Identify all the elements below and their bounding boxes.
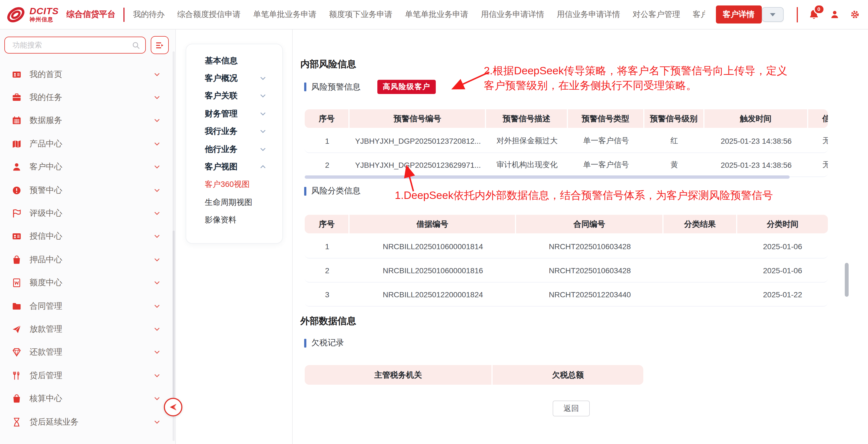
chevron-down-icon [154,71,160,77]
sidebar-item[interactable]: 预警中心 [0,179,175,202]
back-button[interactable]: 返回 [553,401,590,416]
chevron-down-icon [154,210,160,216]
table-cell: 1 [305,234,350,258]
submenu-item[interactable]: 我行业务 [186,123,282,141]
column-header: 序号 [305,109,350,128]
warning-signal-table: 序号预警信号编号预警信号描述预警信号类型预警信号级别触发时间信1YJBHYJXH… [305,109,828,177]
menu-collapse-button[interactable] [151,36,169,54]
sidebar-item[interactable]: 我的首页 [0,63,175,86]
table-cell: 黄 [644,153,704,177]
chevron-icon [260,129,266,135]
horizontal-scrollbar[interactable] [305,175,789,179]
submenu-item[interactable]: 影像资料 [186,211,282,229]
nav-item[interactable]: 用信业务申请详情 [557,9,620,20]
sidebar-item[interactable]: 授信中心 [0,225,175,248]
function-search-box [4,37,146,54]
column-header: 借据编号 [350,215,516,233]
nav-item[interactable]: 用信业务申请详情 [481,9,544,20]
nav-item[interactable]: 单笔单批业务申请 [405,9,468,20]
submenu-item[interactable]: 客户关联 [186,87,282,105]
tax-section-title: 欠税记录 [311,338,344,348]
column-header: 预警信号级别 [644,109,704,128]
column-header: 分类时间 [737,215,828,233]
submenu-item[interactable]: 客户360视图 [186,176,282,194]
column-header: 分类结果 [663,215,737,233]
settings-button[interactable] [850,10,859,19]
risk-classification-table: 序号借据编号合同编号分类结果分类时间1NRCBILL20250106000018… [305,215,828,306]
table-cell: NRCHT2025010603428 [516,234,663,258]
submenu-item[interactable]: 他行业务 [186,141,282,158]
table-cell: NRCHT2025010603428 [516,259,663,282]
table-cell: 无 [808,129,828,152]
brand-subname: 神州信息 [30,17,59,22]
chevron-down-icon [154,234,160,240]
sidebar-item[interactable]: 额度中心 [0,271,175,295]
sidebar-item[interactable]: 还款管理 [0,341,175,364]
sidebar-item[interactable]: 放款管理 [0,318,175,341]
sidebar-item[interactable]: 核算中心 [0,387,175,410]
nav-item[interactable]: 额度项下业务申请 [329,9,392,20]
submenu-item[interactable]: 生命周期视图 [186,194,282,211]
vertical-scrollbar[interactable] [845,263,848,297]
nav-item[interactable]: 客户详情 [693,9,705,20]
annotation-note-1: 1.DeepSeek依托内外部数据信息，结合预警信号体系，为客户探测风险预警信号 [395,188,773,203]
chevron-icon [260,76,266,82]
sidebar-item[interactable]: 押品中心 [0,248,175,271]
table-cell: NRCBILL2025010600001814 [350,234,516,258]
column-header: 预警信号类型 [568,109,644,128]
column-header: 主管税务机关 [305,365,493,385]
chevron-down-icon [154,419,160,425]
chevron-down-icon [154,396,160,402]
search-input[interactable] [11,40,132,50]
table-cell: 单一客户信号 [568,129,644,152]
sidebar-scrollbar[interactable] [173,51,175,441]
nav-item-active[interactable]: 客户详情 [716,5,762,24]
sidebar-item[interactable]: 评级中心 [0,202,175,225]
table-cell: 2025-01-06 [737,234,828,258]
table-cell: 2 [305,153,350,177]
customer-view-panel: 基本信息 客户概况 客户关联 财务管理 [176,30,293,444]
table-row: 3NRCBILL2025012200001824NRCHT20250122034… [305,283,828,306]
sidebar-collapse-button[interactable] [164,398,182,416]
sidebar-item[interactable]: 贷后管理 [0,364,175,387]
table-cell: YJBHYJXH_DGP20250123720812... [350,129,486,152]
sidebar-item[interactable]: 数据服务 [0,109,175,132]
column-header: 触发时间 [705,109,808,128]
sidebar-item[interactable]: 产品中心 [0,132,175,155]
chevron-down-icon [154,141,160,147]
submenu-item[interactable]: 基本信息 [186,52,282,70]
column-header: 信 [808,109,828,128]
section-accent-bar [304,83,306,91]
table-cell: 红 [644,129,704,152]
main-nav: 我的待办综合额度授信申请单笔单批业务申请额度项下业务申请单笔单批业务申请用信业务… [133,9,705,20]
column-header: 合同编号 [516,215,663,233]
table-cell: 无 [808,153,828,177]
user-menu-button[interactable] [830,10,839,19]
brand-name: DCITS [30,6,59,16]
brand-logo: DCITS 神州信息 综合信贷平台 [5,6,116,23]
table-cell: 1 [305,129,350,152]
sidebar-item[interactable]: 合同管理 [0,295,175,318]
nav-overflow-dropdown[interactable] [762,7,783,22]
app-window: DCITS 神州信息 综合信贷平台 我的待办综合额度授信申请单笔单批业务申请额度… [0,0,868,444]
table-cell: 2 [305,259,350,282]
search-icon [132,41,140,49]
nav-item[interactable]: 单笔单批业务申请 [253,9,316,20]
submenu-item[interactable]: 客户概况 [186,70,282,87]
nav-item[interactable]: 对公客户管理 [633,9,680,20]
sidebar-item[interactable]: 我的任务 [0,86,175,109]
sidebar-item[interactable]: 客户中心 [0,155,175,179]
product-name: 综合信贷平台 [66,9,116,20]
table-header: 序号预警信号编号预警信号描述预警信号类型预警信号级别触发时间信 [305,109,828,128]
submenu-item[interactable]: 财务管理 [186,105,282,123]
sidebar-item[interactable]: 贷后延续业务 [0,410,175,434]
nav-item[interactable]: 综合额度授信申请 [177,9,241,20]
nav-item[interactable]: 我的待办 [133,9,165,20]
chevron-down-icon [154,118,160,124]
table-row: 2NRCBILL2025010600001816NRCHT20250106034… [305,259,828,283]
notifications-button[interactable]: 0 [808,9,819,20]
chevron-down-icon [770,13,775,16]
chevron-down-icon [154,303,160,309]
submenu-item[interactable]: 客户视图 [186,158,282,176]
column-header: 预警信号编号 [350,109,486,128]
